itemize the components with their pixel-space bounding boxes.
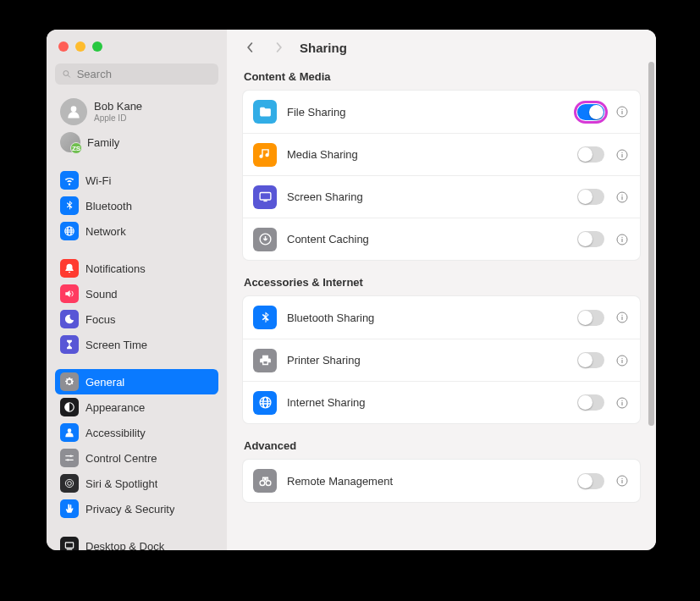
row-label: Media Sharing (287, 148, 567, 161)
sidebar-item-desktop-dock[interactable]: Desktop & Dock (55, 533, 218, 550)
search-icon (62, 69, 72, 80)
sidebar-item-label: Network (85, 225, 126, 238)
dock-icon (60, 537, 79, 550)
section-card: File Sharing Media Sharing Screen Sharin… (242, 90, 641, 261)
section-title: Accessories & Internet (244, 276, 639, 289)
row-label: Remote Management (287, 475, 567, 488)
sidebar-item-accessibility[interactable]: Accessibility (55, 420, 218, 445)
section-card: Bluetooth Sharing Printer Sharing Intern… (242, 295, 641, 424)
toggle-bluetooth-sharing[interactable] (577, 310, 604, 326)
close-window-button[interactable] (58, 41, 69, 52)
scrollbar-thumb[interactable] (648, 62, 654, 426)
family-avatar: ZS (60, 132, 80, 152)
user-avatar (60, 98, 87, 125)
siri-icon (60, 474, 79, 493)
toggle-remote-management[interactable] (577, 473, 604, 489)
row-media-sharing: Media Sharing (243, 133, 640, 175)
printer-icon (253, 349, 277, 372)
info-button-content-caching[interactable] (615, 232, 630, 247)
info-button-remote-management[interactable] (615, 473, 630, 488)
sidebar-item-siri[interactable]: Siri & Spotlight (55, 471, 218, 496)
info-button-media-sharing[interactable] (615, 147, 630, 163)
back-button[interactable] (242, 40, 257, 55)
content-pane: Sharing Content & Media File Sharing Med… (227, 30, 656, 550)
page-title: Sharing (300, 41, 347, 55)
toggle-file-sharing[interactable] (577, 104, 604, 120)
search-field[interactable] (55, 63, 218, 85)
sidebar-item-privacy[interactable]: Privacy & Security (55, 496, 218, 521)
section-title: Content & Media (244, 70, 639, 83)
info-button-printer-sharing[interactable] (615, 353, 630, 368)
sidebar-item-label: Wi-Fi (85, 174, 111, 187)
toggle-screen-sharing[interactable] (577, 189, 604, 205)
minimize-window-button[interactable] (75, 41, 85, 52)
row-label: Screen Sharing (287, 190, 567, 203)
sidebar-item-label: Notifications (85, 262, 146, 275)
row-internet-sharing: Internet Sharing (243, 381, 640, 423)
media-icon (253, 143, 277, 167)
bluetooth-icon (253, 306, 277, 329)
wifi-icon (60, 171, 79, 190)
sidebar-item-notifications[interactable]: Notifications (55, 256, 218, 281)
hourglass-icon (60, 335, 79, 354)
sidebar-item-label: Appearance (85, 401, 145, 414)
row-label: Bluetooth Sharing (287, 312, 567, 324)
sidebar-item-label: Privacy & Security (85, 503, 174, 516)
moon-icon (60, 310, 79, 328)
search-input[interactable] (77, 68, 212, 80)
section-card: Remote Management (242, 459, 641, 503)
sidebar-item-sound[interactable]: Sound (55, 281, 218, 306)
forward-button[interactable] (271, 40, 286, 55)
row-label: Printer Sharing (287, 354, 567, 367)
person-icon (60, 423, 79, 442)
toggle-content-caching[interactable] (577, 231, 604, 247)
sidebar-item-appearance[interactable]: Appearance (55, 394, 218, 420)
sidebar-item-label: Focus (85, 313, 115, 326)
sidebar-item-apple-id[interactable]: Bob Kane Apple ID (55, 95, 218, 129)
sidebar: Bob Kane Apple ID ZS Family Wi-FiBluetoo… (47, 30, 227, 550)
row-label: File Sharing (287, 106, 567, 119)
info-button-screen-sharing[interactable] (615, 190, 630, 205)
sidebar-item-screen-time[interactable]: Screen Time (55, 332, 218, 357)
user-name: Bob Kane (94, 100, 142, 113)
sidebar-item-focus[interactable]: Focus (55, 306, 218, 332)
content-scroll[interactable]: Content & Media File Sharing Media Shari… (227, 63, 656, 550)
user-sub: Apple ID (94, 113, 142, 124)
row-file-sharing: File Sharing (243, 91, 640, 133)
toggle-printer-sharing[interactable] (577, 352, 604, 368)
row-content-caching: Content Caching (243, 218, 640, 260)
toggle-internet-sharing[interactable] (577, 394, 604, 411)
info-button-bluetooth-sharing[interactable] (615, 310, 630, 325)
row-label: Content Caching (287, 233, 567, 245)
info-button-file-sharing[interactable] (615, 104, 630, 119)
globe-icon (253, 391, 277, 415)
toolbar: Sharing (227, 30, 656, 63)
toggle-media-sharing[interactable] (577, 146, 604, 163)
sidebar-item-label: Bluetooth (85, 200, 132, 212)
sidebar-item-control-centre[interactable]: Control Centre (55, 445, 218, 471)
globe-icon (60, 222, 79, 240)
sidebar-item-label: Accessibility (85, 427, 146, 439)
row-remote-management: Remote Management (243, 460, 640, 502)
bell-icon (60, 259, 79, 278)
sidebar-item-label: General (85, 376, 124, 389)
row-screen-sharing: Screen Sharing (243, 175, 640, 218)
sidebar-item-network[interactable]: Network (55, 218, 218, 244)
fullscreen-window-button[interactable] (92, 41, 102, 52)
screen-icon (253, 185, 277, 209)
sidebar-item-general[interactable]: General (55, 369, 218, 394)
settings-window: Bob Kane Apple ID ZS Family Wi-FiBluetoo… (47, 30, 656, 550)
row-label: Internet Sharing (287, 396, 567, 409)
hand-icon (60, 499, 79, 518)
sliders-icon (60, 449, 79, 467)
sidebar-item-bluetooth[interactable]: Bluetooth (55, 193, 218, 218)
sidebar-item-family[interactable]: ZS Family (55, 129, 218, 156)
download-icon (253, 228, 277, 251)
binoculars-icon (253, 469, 277, 493)
sidebar-item-label: Screen Time (85, 339, 147, 351)
info-button-internet-sharing[interactable] (615, 395, 630, 411)
sidebar-item-wifi[interactable]: Wi-Fi (55, 168, 218, 193)
family-badge: ZS (70, 142, 82, 154)
gear-icon (60, 372, 79, 391)
sidebar-list: Bob Kane Apple ID ZS Family Wi-FiBluetoo… (47, 95, 227, 550)
